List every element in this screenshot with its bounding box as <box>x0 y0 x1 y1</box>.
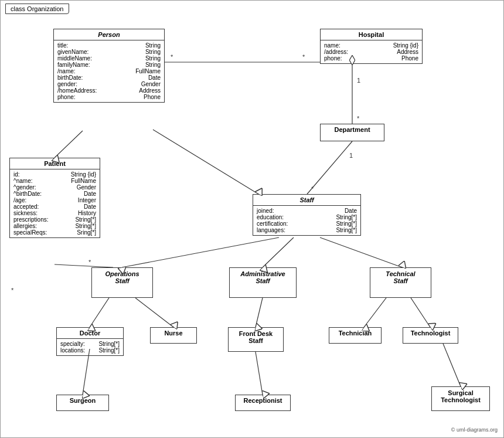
svg-line-10 <box>153 130 258 194</box>
svg-line-18 <box>135 298 173 327</box>
svg-line-23 <box>256 352 263 395</box>
department-title: Department <box>321 124 384 135</box>
svg-line-19 <box>256 298 263 327</box>
svg-line-20 <box>364 298 386 327</box>
technical-staff-class: TechnicalStaff <box>370 267 431 298</box>
doctor-attrs: specialty:String[*] locations:String[*] <box>57 339 123 355</box>
svg-line-15 <box>263 237 294 267</box>
svg-text:*: * <box>357 115 360 122</box>
copyright: © uml-diagrams.org <box>451 427 498 433</box>
svg-line-14 <box>122 237 279 267</box>
svg-line-17 <box>90 298 109 327</box>
svg-line-9 <box>55 131 83 158</box>
patient-title: Patient <box>10 158 100 169</box>
hospital-title: Hospital <box>321 29 422 40</box>
technologist-title: Technologist <box>403 328 458 338</box>
technical-staff-title: TechnicalStaff <box>370 268 431 287</box>
nurse-class: Nurse <box>150 327 197 344</box>
front-desk-staff-class: Front DeskStaff <box>228 327 284 352</box>
staff-attrs: joined:Date education:String[*] certific… <box>253 206 360 235</box>
hospital-attrs: name:String {id} /address:Address phone:… <box>321 40 422 63</box>
svg-text:*: * <box>11 287 14 294</box>
surgical-technologist-title: SurgicalTechnologist <box>432 387 489 406</box>
svg-line-24 <box>443 344 461 386</box>
svg-line-21 <box>411 298 430 327</box>
receptionist-title: Receptionist <box>236 395 290 406</box>
person-class: Person title:String givenName:String mid… <box>53 29 165 103</box>
svg-text:*: * <box>311 185 314 192</box>
svg-text:*: * <box>302 53 305 60</box>
nurse-title: Nurse <box>151 328 196 338</box>
patient-class: Patient id:String {id} ^name:FullName ^g… <box>9 158 100 238</box>
receptionist-class: Receptionist <box>235 395 291 411</box>
front-desk-staff-title: Front DeskStaff <box>229 328 283 347</box>
technician-title: Technician <box>329 328 381 338</box>
technician-class: Technician <box>329 327 382 344</box>
doctor-title: Doctor <box>57 328 123 339</box>
svg-text:1: 1 <box>357 77 360 84</box>
surgeon-class: Surgeon <box>56 395 109 411</box>
svg-text:1: 1 <box>349 152 353 159</box>
svg-text:*: * <box>88 259 91 266</box>
administrative-staff-class: AdministrativeStaff <box>229 267 297 298</box>
administrative-staff-title: AdministrativeStaff <box>230 268 296 287</box>
person-attrs: title:String givenName:String middleName… <box>54 40 164 102</box>
surgical-technologist-class: SurgicalTechnologist <box>431 386 490 411</box>
diagram-container: class Organization Person title:String g… <box>0 0 504 438</box>
diagram-title: class Organization <box>5 4 69 14</box>
svg-text:*: * <box>171 53 173 60</box>
operations-staff-class: OperationsStaff <box>91 267 153 298</box>
staff-class: Staff joined:Date education:String[*] ce… <box>253 194 361 236</box>
technologist-class: Technologist <box>403 327 458 344</box>
svg-line-16 <box>320 237 402 267</box>
svg-line-6 <box>307 141 352 194</box>
surgeon-title: Surgeon <box>57 395 108 406</box>
operations-staff-title: OperationsStaff <box>92 268 152 287</box>
patient-attrs: id:String {id} ^name:FullName ^gender:Ge… <box>10 169 100 237</box>
department-class: Department <box>320 124 384 141</box>
person-title: Person <box>54 29 164 40</box>
staff-title: Staff <box>253 195 360 206</box>
hospital-class: Hospital name:String {id} /address:Addre… <box>320 29 423 64</box>
doctor-class: Doctor specialty:String[*] locations:Str… <box>56 327 124 356</box>
